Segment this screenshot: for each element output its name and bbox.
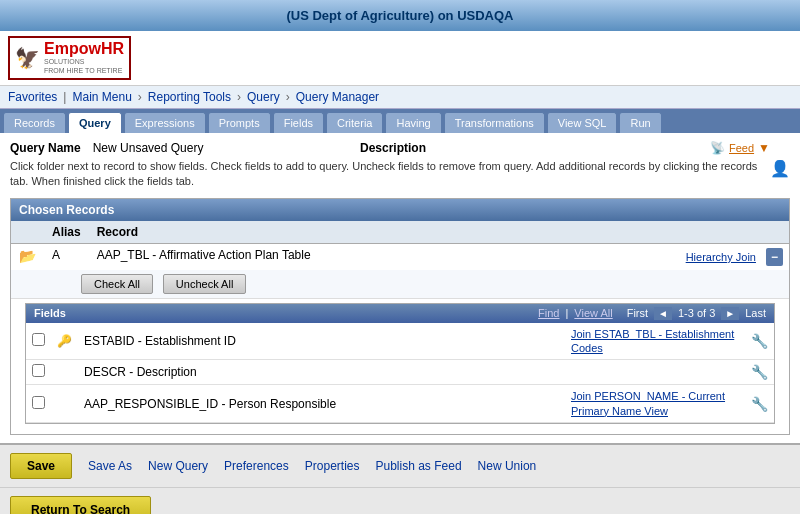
join-link-1[interactable]: Join ESTAB_TBL - Establishment Codes [571, 328, 734, 354]
chosen-records-header: Chosen Records [11, 199, 789, 221]
properties-link[interactable]: Properties [305, 459, 360, 473]
return-bar: Return To Search [0, 487, 800, 514]
new-query-link[interactable]: New Query [148, 459, 208, 473]
page-header: (US Dept of Agriculture) on USDAQA [0, 0, 800, 31]
tab-expressions[interactable]: Expressions [124, 112, 206, 133]
logo-sub1: SOLUTIONS [44, 57, 124, 66]
nav-reporting-tools[interactable]: Reporting Tools [148, 90, 231, 104]
field-props-3: 🔧 [745, 385, 774, 423]
nav-arrow2: › [237, 90, 241, 104]
key-icon-1: 🔑 [57, 334, 72, 348]
logo-main: Empow [44, 40, 101, 57]
publish-as-feed-link[interactable]: Publish as Feed [376, 459, 462, 473]
alias-header: Alias [52, 225, 81, 239]
tab-run[interactable]: Run [619, 112, 661, 133]
logo-highlight: HR [101, 40, 124, 57]
feed-label[interactable]: Feed [729, 142, 754, 154]
join-link-3[interactable]: Join PERSON_NAME - Current Primary Name … [571, 390, 725, 416]
fields-nav: Find | View All First ◄ 1-3 of 3 ► Last [538, 307, 766, 320]
field-name-3: AAP_RESPONSIBLE_ID - Person Responsible [78, 385, 565, 423]
field-join-cell-2 [565, 360, 745, 385]
bottom-action-bar: Save Save As New Query Preferences Prope… [0, 443, 800, 487]
logo-area: 🦅 EmpowHR SOLUTIONS FROM HIRE TO RETIRE [8, 36, 168, 80]
hierarchy-join-link[interactable]: Hierarchy Join [686, 251, 756, 263]
fields-cell: Fields Find | View All First ◄ 1-3 of 3 … [11, 299, 789, 434]
fields-next-btn[interactable]: ► [721, 307, 739, 320]
find-link[interactable]: Find [538, 307, 559, 319]
record-actions: Hierarchy Join − [629, 243, 789, 270]
records-table: Alias Record 📂 A AAP_TBL - Affirmative A… [11, 221, 789, 434]
top-bar: 🦅 EmpowHR SOLUTIONS FROM HIRE TO RETIRE [0, 31, 800, 86]
field-props-1: 🔧 [745, 323, 774, 360]
props-icon-3[interactable]: 🔧 [751, 396, 768, 412]
fields-row: Fields Find | View All First ◄ 1-3 of 3 … [11, 299, 789, 434]
feed-icon: 📡 [710, 141, 725, 155]
props-icon-1[interactable]: 🔧 [751, 333, 768, 349]
check-row: Check All Uncheck All [11, 270, 789, 299]
description-label: Description [360, 141, 426, 155]
col-actions [629, 221, 789, 244]
record-header: Record [97, 225, 138, 239]
new-union-link[interactable]: New Union [478, 459, 537, 473]
check-all-button[interactable]: Check All [81, 274, 153, 294]
list-item: 🔑 ESTABID - Establishment ID Join ESTAB_… [26, 323, 774, 360]
query-name-row: Query Name New Unsaved Query Description… [10, 141, 790, 155]
props-icon-2[interactable]: 🔧 [751, 364, 768, 380]
tab-bar: Records Query Expressions Prompts Fields… [0, 109, 800, 133]
fields-page-info: 1-3 of 3 [678, 307, 715, 319]
col-record: Record [89, 221, 629, 244]
field-checkbox-3[interactable] [32, 396, 45, 409]
record-name-cell: AAP_TBL - Affirmative Action Plan Table [89, 243, 629, 270]
tab-prompts[interactable]: Prompts [208, 112, 271, 133]
field-join-cell-3: Join PERSON_NAME - Current Primary Name … [565, 385, 745, 423]
field-checkbox-1[interactable] [32, 333, 45, 346]
query-name-value: New Unsaved Query [93, 141, 204, 155]
nav-query-manager[interactable]: Query Manager [296, 90, 379, 104]
logo-box: 🦅 EmpowHR SOLUTIONS FROM HIRE TO RETIRE [8, 36, 131, 80]
save-as-link[interactable]: Save As [88, 459, 132, 473]
remove-record-button[interactable]: − [766, 248, 783, 266]
tab-having[interactable]: Having [385, 112, 441, 133]
tab-transformations[interactable]: Transformations [444, 112, 545, 133]
field-join-cell-1: Join ESTAB_TBL - Establishment Codes [565, 323, 745, 360]
instructions-text: Click folder next to record to show fiel… [10, 159, 762, 190]
view-all-link[interactable]: View All [574, 307, 612, 319]
record-name: AAP_TBL - Affirmative Action Plan Table [97, 248, 311, 262]
query-name-label: Query Name [10, 141, 81, 155]
preferences-link[interactable]: Preferences [224, 459, 289, 473]
tab-query[interactable]: Query [68, 112, 122, 133]
fields-section: Fields Find | View All First ◄ 1-3 of 3 … [25, 303, 775, 424]
feed-arrow: ▼ [758, 141, 770, 155]
save-button[interactable]: Save [10, 453, 72, 479]
tab-view-sql[interactable]: View SQL [547, 112, 618, 133]
tab-records[interactable]: Records [3, 112, 66, 133]
check-all-cell: Check All Uncheck All [11, 270, 789, 299]
field-check-2 [26, 360, 51, 385]
fields-prev-btn[interactable]: ◄ [654, 307, 672, 320]
folder-icon[interactable]: 📂 [19, 248, 36, 264]
return-to-search-button[interactable]: Return To Search [10, 496, 151, 514]
nav-query[interactable]: Query [247, 90, 280, 104]
list-item: AAP_RESPONSIBLE_ID - Person Responsible … [26, 385, 774, 423]
list-item: DESCR - Description 🔧 [26, 360, 774, 385]
last-label: Last [745, 307, 766, 319]
logo-sub2: FROM HIRE TO RETIRE [44, 66, 124, 75]
fields-header: Fields Find | View All First ◄ 1-3 of 3 … [26, 304, 774, 323]
chosen-records-wrapper: Chosen Records Alias Record 📂 [10, 198, 790, 435]
uncheck-all-button[interactable]: Uncheck All [163, 274, 246, 294]
col-spacer [11, 221, 44, 244]
nav-bar: Favorites | Main Menu › Reporting Tools … [0, 86, 800, 109]
header-title: (US Dept of Agriculture) on USDAQA [286, 8, 513, 23]
tab-fields[interactable]: Fields [273, 112, 324, 133]
nav-favorites[interactable]: Favorites [8, 90, 57, 104]
field-name-2: DESCR - Description [78, 360, 565, 385]
field-key-cell-2 [51, 360, 78, 385]
tab-criteria[interactable]: Criteria [326, 112, 383, 133]
folder-cell: 📂 [11, 243, 44, 270]
field-name-1: ESTABID - Establishment ID [78, 323, 565, 360]
field-check-3 [26, 385, 51, 423]
logo-text: EmpowHR [44, 41, 124, 57]
nav-main-menu[interactable]: Main Menu [72, 90, 131, 104]
field-checkbox-2[interactable] [32, 364, 45, 377]
field-key-cell-1: 🔑 [51, 323, 78, 360]
